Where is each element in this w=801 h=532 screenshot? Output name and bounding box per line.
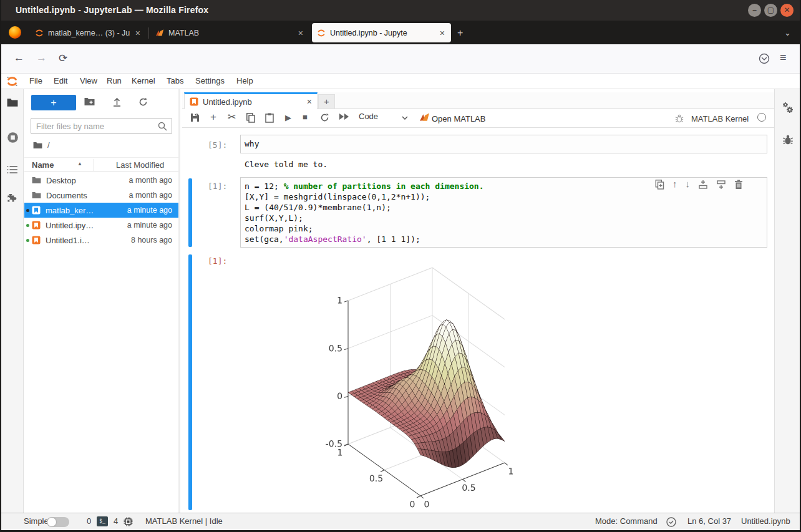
column-modified[interactable]: Last Modified <box>116 160 164 170</box>
maximize-button[interactable]: ▢ <box>764 4 777 17</box>
code-text: why <box>245 139 259 148</box>
file-modified: 8 hours ago <box>131 236 172 244</box>
file-row-untitled1[interactable]: Untitled1.i… 8 hours ago <box>24 233 178 248</box>
open-matlab-button[interactable]: Open MATLAB <box>432 114 485 124</box>
forward-icon[interactable]: → <box>36 52 47 64</box>
window-titlebar: Untitled.ipynb - JupyterLab — Mozilla Fi… <box>1 0 800 21</box>
terminals-count[interactable]: 0 <box>87 516 91 526</box>
kernel-status-icon[interactable] <box>757 113 766 122</box>
back-icon[interactable]: ← <box>14 52 24 64</box>
new-tab-button[interactable]: + <box>457 27 463 39</box>
extensions-puzzle-icon[interactable] <box>6 194 19 206</box>
code-segment-code: colormap pink; <box>245 224 313 233</box>
sort-ascending-icon[interactable]: ▲ <box>77 161 82 167</box>
tab-close-icon[interactable]: × <box>439 28 446 38</box>
restart-kernel-icon[interactable] <box>320 113 329 122</box>
menu-settings[interactable]: Settings <box>195 76 225 85</box>
trust-shield-icon[interactable] <box>666 517 676 527</box>
menu-run[interactable]: Run <box>107 76 122 85</box>
notebook-icon <box>32 206 41 215</box>
run-cell-icon[interactable]: ▶ <box>285 112 291 123</box>
reload-icon[interactable]: ⟳ <box>59 52 67 65</box>
restart-run-all-icon[interactable] <box>339 113 350 120</box>
jupyter-icon <box>35 29 44 37</box>
refresh-icon[interactable] <box>138 97 148 107</box>
file-row-documents[interactable]: Documents a month ago <box>24 188 178 203</box>
table-of-contents-icon[interactable] <box>7 165 18 174</box>
pocket-icon[interactable] <box>759 53 770 64</box>
insert-cell-above-icon[interactable] <box>698 180 708 190</box>
file-row-matlab-kernel[interactable]: matlab_ker… a minute ago <box>24 203 178 218</box>
input-prompt: [1]: <box>208 181 227 191</box>
duplicate-cell-icon[interactable] <box>655 180 664 190</box>
firefox-icon[interactable] <box>9 26 21 39</box>
status-filename[interactable]: Untitled.ipynb <box>741 516 790 526</box>
simple-mode-toggle[interactable] <box>47 517 69 527</box>
cut-cells-icon[interactable]: ✂ <box>228 112 236 122</box>
list-all-tabs-icon[interactable]: ⌄ <box>784 28 791 37</box>
close-button[interactable]: ✕ <box>780 4 794 17</box>
menu-help[interactable]: Help <box>236 76 253 85</box>
file-row-untitled[interactable]: Untitled.ipy… a minute ago <box>24 218 178 233</box>
kernel-name-label[interactable]: MATLAB Kernel <box>691 114 749 124</box>
code-cell-input[interactable]: why <box>240 135 767 153</box>
browser-tabstrip: matlab_kerne… (3) - Ju × MATLAB × Untitl… <box>1 21 800 44</box>
browser-tab-1[interactable]: matlab_kerne… (3) - Ju × <box>30 23 147 42</box>
kernel-status-text[interactable]: MATLAB Kernel | Idle <box>145 516 223 526</box>
chevron-down-icon[interactable] <box>402 116 408 120</box>
file-row-desktop[interactable]: Desktop a month ago <box>24 173 178 188</box>
add-tab-button[interactable]: + <box>318 94 335 109</box>
menu-kernel[interactable]: Kernel <box>132 76 155 85</box>
file-list-header[interactable]: Name ▲ Last Modified <box>24 157 178 172</box>
tab-close-icon[interactable]: × <box>297 28 304 38</box>
delete-cell-icon[interactable] <box>734 180 743 190</box>
paste-cells-icon[interactable] <box>265 113 274 123</box>
output-prompt: [1]: <box>208 256 227 266</box>
menu-view[interactable]: View <box>80 76 97 85</box>
debugger-sidebar-bug-icon[interactable] <box>782 134 794 145</box>
debugger-bug-icon[interactable] <box>675 114 684 123</box>
file-modified: a month ago <box>129 191 173 200</box>
new-folder-icon[interactable] <box>84 97 95 106</box>
insert-cell-below-icon[interactable] <box>716 180 726 190</box>
breadcrumb-root[interactable]: / <box>47 140 50 150</box>
move-cell-up-icon[interactable]: ↑ <box>672 178 677 190</box>
file-name: matlab_ker… <box>46 206 94 215</box>
filter-files-input[interactable] <box>31 118 172 134</box>
open-matlab-icon[interactable] <box>419 112 430 123</box>
column-name[interactable]: Name <box>32 160 54 170</box>
cursor-position[interactable]: Ln 6, Col 37 <box>687 516 731 526</box>
breadcrumb[interactable]: / <box>33 140 50 150</box>
code-segment-code: [X,Y] = meshgrid(linspace(0,1,2*n+1)); <box>245 192 430 201</box>
new-launcher-button[interactable]: + <box>31 95 76 110</box>
output-collapser[interactable] <box>188 254 192 510</box>
simple-mode-label: Simple <box>24 516 49 526</box>
move-cell-down-icon[interactable]: ↓ <box>686 178 691 190</box>
menu-tabs[interactable]: Tabs <box>167 76 183 85</box>
upload-icon[interactable] <box>112 97 122 107</box>
running-sessions-icon[interactable] <box>7 132 19 143</box>
property-inspector-gears-icon[interactable] <box>782 102 794 114</box>
menu-file[interactable]: File <box>29 76 42 85</box>
menu-edit[interactable]: Edit <box>54 76 67 85</box>
browser-tab-2[interactable]: MATLAB × <box>150 23 309 42</box>
browser-tab-active[interactable]: Untitled.ipynb - Jupyte × <box>312 23 451 42</box>
home-folder-icon[interactable] <box>33 142 42 149</box>
tab-close-icon[interactable]: × <box>134 28 142 38</box>
menu-hamburger-icon[interactable]: ≡ <box>780 51 787 64</box>
notebook-tab[interactable]: Untitled.ipynb × <box>184 92 318 109</box>
command-mode-indicator[interactable]: Mode: Command <box>595 516 658 526</box>
file-browser-icon[interactable] <box>7 98 18 107</box>
save-icon[interactable] <box>190 113 200 122</box>
tab-close-icon[interactable]: × <box>307 97 312 107</box>
add-cell-icon[interactable]: + <box>210 112 216 122</box>
input-collapser[interactable] <box>188 178 192 247</box>
code-segment-string: 'dataAspectRatio' <box>284 235 367 244</box>
notebook-icon <box>32 236 41 244</box>
interrupt-kernel-icon[interactable]: ■ <box>303 112 308 122</box>
code-editor[interactable]: n = 12; % number of partitions in each d… <box>245 181 763 244</box>
matlab-icon <box>155 29 164 37</box>
kernels-count[interactable]: 4 <box>114 516 118 526</box>
copy-cells-icon[interactable] <box>246 113 255 123</box>
minimize-button[interactable]: – <box>748 4 761 17</box>
